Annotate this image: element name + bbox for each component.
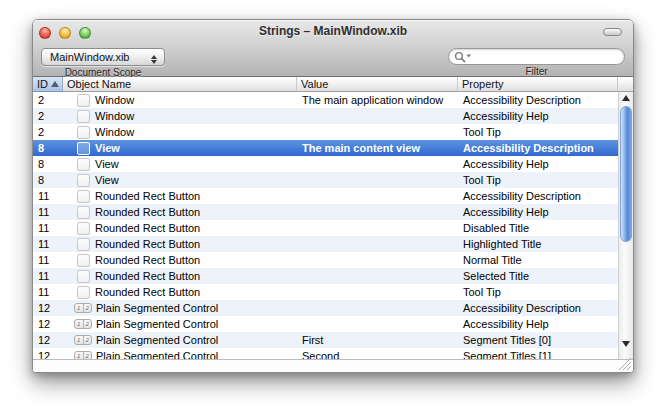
object-name-text: Window xyxy=(95,124,134,140)
table-row[interactable]: 2WindowThe main application windowAccess… xyxy=(33,92,619,108)
view-icon xyxy=(77,94,90,107)
object-name-text: View xyxy=(95,156,119,172)
column-header-property[interactable]: Property xyxy=(458,77,618,92)
segmented-control-icon: 12 xyxy=(74,303,92,313)
window-chrome: Strings – MainWindow.xib MainWindow.xib … xyxy=(33,20,633,77)
cell-object-name: View xyxy=(63,156,297,172)
view-icon xyxy=(77,222,90,235)
bottom-bar xyxy=(33,359,633,372)
cell-object-name: Window xyxy=(63,124,297,140)
table-row[interactable]: 11Rounded Rect ButtonTool Tip xyxy=(33,284,619,300)
cell-property: Accessibility Description xyxy=(458,300,619,316)
view-icon xyxy=(77,110,90,123)
titlebar[interactable]: Strings – MainWindow.xib xyxy=(33,20,633,42)
object-name-text: Rounded Rect Button xyxy=(95,236,200,252)
cell-value xyxy=(297,188,458,204)
table-row[interactable]: 8ViewAccessibility Help xyxy=(33,156,619,172)
document-scope-value: MainWindow.xib xyxy=(50,49,129,66)
cell-id: 11 xyxy=(33,204,63,220)
scroll-down-arrow[interactable] xyxy=(619,339,633,349)
object-name-text: View xyxy=(95,172,119,188)
minimize-button[interactable] xyxy=(59,27,71,39)
view-icon xyxy=(77,190,90,203)
view-icon xyxy=(77,158,90,171)
table-row[interactable]: 1212Plain Segmented ControlAccessibility… xyxy=(33,316,619,332)
column-header-id-label: ID xyxy=(37,78,48,90)
object-name-text: Window xyxy=(95,92,134,108)
table-row[interactable]: 8ViewTool Tip xyxy=(33,172,619,188)
table-header: ID Object Name Value Property xyxy=(33,77,633,92)
table-row[interactable]: 2WindowTool Tip xyxy=(33,124,619,140)
column-header-value-label: Value xyxy=(301,78,328,90)
column-header-id[interactable]: ID xyxy=(33,77,63,92)
resize-grip[interactable] xyxy=(618,357,632,371)
cell-object-name: View xyxy=(63,140,297,156)
cell-object-name: Rounded Rect Button xyxy=(63,204,297,220)
cell-property: Accessibility Description xyxy=(458,188,619,204)
segment-label: 2 xyxy=(83,320,92,328)
view-icon xyxy=(77,238,90,251)
table-row[interactable]: 11Rounded Rect ButtonNormal Title xyxy=(33,252,619,268)
cell-object-name: View xyxy=(63,172,297,188)
toolbar-toggle-button[interactable] xyxy=(603,28,622,36)
cell-object-name: Rounded Rect Button xyxy=(63,268,297,284)
object-name-text: Rounded Rect Button xyxy=(95,284,200,300)
cell-object-name: 12Plain Segmented Control xyxy=(63,316,297,332)
cell-object-name: Window xyxy=(63,108,297,124)
column-header-object-name[interactable]: Object Name xyxy=(63,77,297,92)
cell-value: First xyxy=(297,332,458,348)
cell-property: Tool Tip xyxy=(458,284,619,300)
cell-value xyxy=(297,316,458,332)
scroll-up-arrow[interactable] xyxy=(619,93,633,103)
column-header-value[interactable]: Value xyxy=(297,77,458,92)
table-row[interactable]: 2WindowAccessibility Help xyxy=(33,108,619,124)
object-name-text: Rounded Rect Button xyxy=(95,268,200,284)
table-row[interactable]: 8ViewThe main content viewAccessibility … xyxy=(33,140,619,156)
table-body: 2WindowThe main application windowAccess… xyxy=(33,92,619,360)
document-scope-popup[interactable]: MainWindow.xib xyxy=(41,48,165,66)
segment-label: 1 xyxy=(75,304,83,312)
cell-value xyxy=(297,236,458,252)
cell-property: Accessibility Description xyxy=(458,140,619,156)
filter-search-field[interactable] xyxy=(448,48,625,65)
vertical-scrollbar[interactable] xyxy=(618,92,633,360)
view-icon xyxy=(77,270,90,283)
cell-property: Accessibility Help xyxy=(458,108,619,124)
view-icon xyxy=(77,142,90,155)
zoom-button[interactable] xyxy=(79,27,91,39)
cell-value xyxy=(297,252,458,268)
cell-object-name: Window xyxy=(63,92,297,108)
table-row[interactable]: 11Rounded Rect ButtonHighlighted Title xyxy=(33,236,619,252)
cell-property: Tool Tip xyxy=(458,172,619,188)
cell-id: 11 xyxy=(33,284,63,300)
table-row[interactable]: 11Rounded Rect ButtonAccessibility Descr… xyxy=(33,188,619,204)
table-row[interactable]: 1212Plain Segmented ControlFirstSegment … xyxy=(33,332,619,348)
scrollbar-thumb[interactable] xyxy=(620,106,632,242)
cell-value xyxy=(297,156,458,172)
close-button[interactable] xyxy=(39,27,51,39)
table-row[interactable]: 11Rounded Rect ButtonAccessibility Help xyxy=(33,204,619,220)
cell-id: 8 xyxy=(33,140,63,156)
cell-property: Segment Titles [0] xyxy=(458,332,619,348)
cell-id: 11 xyxy=(33,252,63,268)
table-row[interactable]: 1212Plain Segmented ControlAccessibility… xyxy=(33,300,619,316)
object-name-text: Plain Segmented Control xyxy=(96,332,218,348)
cell-property: Normal Title xyxy=(458,252,619,268)
cell-value: The main content view xyxy=(297,140,458,156)
cell-property: Accessibility Help xyxy=(458,156,619,172)
segmented-control-icon: 12 xyxy=(74,319,92,329)
object-name-text: Plain Segmented Control xyxy=(96,300,218,316)
cell-value xyxy=(297,220,458,236)
cell-id: 12 xyxy=(33,332,63,348)
filter-group: Filter xyxy=(448,48,625,77)
cell-value xyxy=(297,284,458,300)
popup-updown-arrows-icon xyxy=(150,52,158,67)
cell-value: The main application window xyxy=(297,92,458,108)
cell-value xyxy=(297,172,458,188)
filter-input[interactable] xyxy=(473,50,618,63)
cell-value xyxy=(297,108,458,124)
view-icon xyxy=(77,206,90,219)
column-header-property-label: Property xyxy=(462,78,504,90)
table-row[interactable]: 11Rounded Rect ButtonSelected Title xyxy=(33,268,619,284)
table-row[interactable]: 11Rounded Rect ButtonDisabled Title xyxy=(33,220,619,236)
